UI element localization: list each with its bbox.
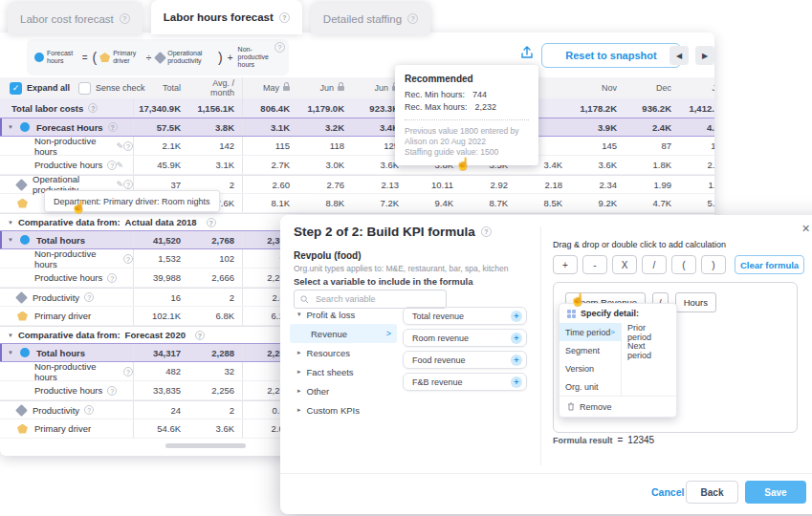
info-icon[interactable]: ?: [123, 180, 133, 189]
value-cell[interactable]: 102.1K: [134, 307, 188, 325]
section-caret-icon[interactable]: ▼: [8, 220, 13, 226]
column-header-avg-month[interactable]: Avg. / month: [188, 77, 243, 98]
value-cell[interactable]: 2.92: [461, 176, 516, 193]
value-cell[interactable]: 3.6K: [188, 419, 243, 438]
value-cell[interactable]: 3.0K: [297, 156, 352, 174]
value-cell[interactable]: 41,520: [134, 231, 188, 248]
submenu-item-prior-period[interactable]: Prior period: [622, 323, 676, 341]
value-cell[interactable]: 2.13: [352, 176, 406, 193]
value-cell[interactable]: 5.9K: [679, 194, 714, 212]
value-cell[interactable]: 142: [188, 137, 243, 155]
formula-chip-hours[interactable]: Hours: [675, 292, 716, 312]
operator-button-2[interactable]: X: [612, 255, 637, 274]
info-icon[interactable]: ?: [108, 122, 118, 132]
value-cell[interactable]: 3.9K: [570, 118, 625, 136]
column-header-jun[interactable]: Jun: [297, 77, 352, 98]
value-cell[interactable]: 1.99: [625, 176, 679, 193]
value-cell[interactable]: 2.4K: [625, 118, 679, 136]
save-button[interactable]: Save: [745, 481, 806, 504]
info-icon[interactable]: ?: [207, 218, 216, 227]
value-cell[interactable]: 45.9K: [134, 156, 188, 174]
value-cell[interactable]: 1,412.7K: [679, 98, 714, 118]
value-cell[interactable]: 2.18: [516, 176, 570, 193]
search-input[interactable]: [314, 293, 432, 305]
value-cell[interactable]: 4.0K: [679, 118, 714, 136]
value-cell[interactable]: 482: [134, 362, 188, 380]
value-cell[interactable]: 1,532: [134, 249, 188, 268]
menu-item-time-period[interactable]: Time period>: [560, 323, 621, 341]
category-item-revenue[interactable]: Revenue>: [290, 324, 397, 343]
value-cell[interactable]: 3.1K: [188, 156, 243, 174]
edit-pencil-icon[interactable]: ✎: [116, 180, 123, 189]
close-icon[interactable]: ✕: [801, 223, 810, 235]
value-cell[interactable]: 4.7K: [625, 194, 679, 212]
tab-detailed-staffing[interactable]: Detailed staffing?: [311, 3, 430, 34]
operator-button-3[interactable]: /: [642, 255, 667, 274]
back-button[interactable]: Back: [686, 481, 738, 504]
info-icon[interactable]: ?: [123, 141, 133, 151]
value-cell[interactable]: 7.2K: [352, 194, 406, 212]
value-cell[interactable]: 2,768: [188, 231, 243, 248]
info-icon[interactable]: ?: [107, 386, 117, 396]
value-cell[interactable]: 6.8K: [188, 307, 243, 325]
operator-button-0[interactable]: +: [553, 255, 578, 274]
value-cell[interactable]: 1.8K: [625, 156, 679, 174]
info-icon[interactable]: ?: [84, 405, 94, 415]
tab-labor-hours-forecast[interactable]: Labor hours forecast?: [151, 0, 302, 34]
add-variable-icon[interactable]: +: [511, 355, 522, 366]
info-icon[interactable]: ?: [107, 273, 117, 283]
value-cell[interactable]: 2.1K: [134, 137, 188, 155]
value-cell[interactable]: 1,178.2K: [570, 98, 625, 118]
value-cell[interactable]: 8.1K: [243, 194, 297, 212]
menu-remove-item[interactable]: Remove: [560, 396, 676, 417]
value-cell[interactable]: 1.47: [679, 176, 714, 193]
category-item-other[interactable]: ▸Other: [290, 381, 397, 400]
value-cell[interactable]: 3.6K: [570, 156, 625, 174]
value-cell[interactable]: 32: [188, 362, 243, 380]
value-cell[interactable]: 33,835: [134, 381, 188, 399]
value-cell[interactable]: 8.8K: [297, 194, 352, 212]
value-cell[interactable]: 2,288: [188, 344, 243, 361]
submenu-item-next-period[interactable]: Next period: [622, 341, 676, 359]
value-cell[interactable]: 102: [188, 249, 243, 268]
next-page-button[interactable]: ▶: [695, 46, 714, 65]
value-cell[interactable]: 2.76: [297, 176, 352, 193]
value-cell[interactable]: 148: [679, 137, 714, 155]
info-icon[interactable]: ?: [123, 367, 133, 376]
column-header-dec[interactable]: Dec: [625, 77, 679, 98]
category-caret-icon[interactable]: ▾: [297, 311, 301, 318]
value-cell[interactable]: 54.6K: [134, 419, 188, 438]
value-cell[interactable]: 3.8K: [188, 118, 243, 136]
value-cell[interactable]: 115: [243, 137, 297, 155]
edit-pencil-icon[interactable]: ✎: [116, 141, 123, 151]
menu-item-org-unit[interactable]: Org. unit: [560, 377, 621, 396]
horizontal-scrollbar[interactable]: [165, 443, 246, 448]
expand-caret-icon[interactable]: ▼: [8, 124, 13, 130]
variable-pill-f-b-revenue[interactable]: F&B revenue+: [403, 373, 527, 391]
value-cell[interactable]: 2: [188, 401, 243, 419]
clear-formula-button[interactable]: Clear formula: [735, 255, 804, 274]
operator-button-1[interactable]: -: [582, 255, 607, 274]
value-cell[interactable]: 2,256: [188, 381, 243, 399]
value-cell[interactable]: 118: [297, 137, 352, 155]
value-cell[interactable]: 2.7K: [243, 156, 297, 174]
expand-caret-icon[interactable]: ▼: [8, 237, 13, 243]
export-icon[interactable]: [519, 45, 535, 60]
info-icon[interactable]: ?: [84, 292, 94, 302]
value-cell[interactable]: 87: [625, 137, 679, 155]
value-cell[interactable]: 8.5K: [516, 194, 570, 212]
value-cell[interactable]: 9.2K: [570, 194, 625, 212]
value-cell[interactable]: 2,666: [188, 269, 243, 287]
add-variable-icon[interactable]: +: [511, 311, 522, 322]
value-cell[interactable]: 2.5K: [679, 156, 714, 174]
value-cell[interactable]: 1,156.1K: [188, 98, 243, 118]
variable-pill-total-revenue[interactable]: Total revenue+: [403, 307, 527, 325]
expand-all-checkbox[interactable]: ✓: [10, 82, 22, 95]
category-caret-icon[interactable]: ▸: [297, 406, 301, 414]
value-cell[interactable]: 145: [570, 137, 625, 155]
column-header-jan[interactable]: Jan: [679, 77, 714, 98]
reset-to-snapshot-button[interactable]: Reset to snapshot: [541, 43, 681, 68]
menu-item-segment[interactable]: Segment: [560, 341, 621, 359]
value-cell[interactable]: 936.2K: [625, 98, 679, 118]
value-cell[interactable]: 1,179.0K: [297, 98, 352, 118]
